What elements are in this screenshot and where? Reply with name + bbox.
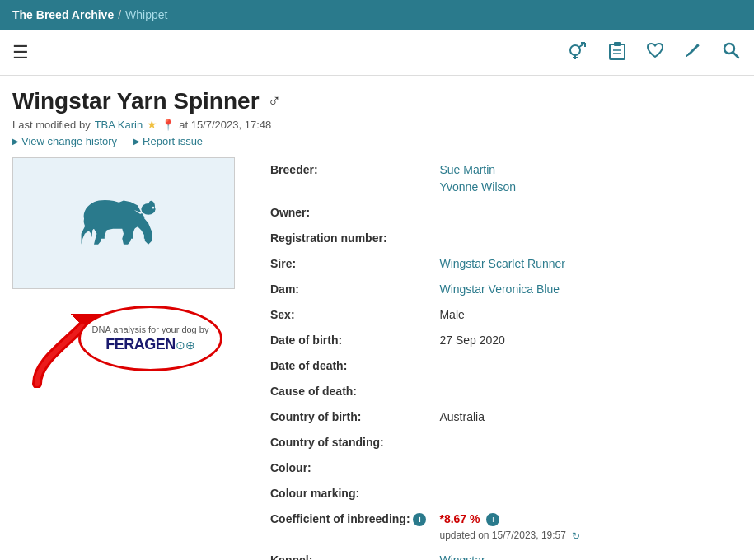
dod-row: Date of death: bbox=[264, 353, 742, 379]
favorites-icon[interactable] bbox=[644, 40, 666, 66]
registration-value bbox=[433, 226, 742, 251]
dam-value: Wingstar Veronica Blue bbox=[433, 277, 742, 302]
modified-line: Last modified by TBA Karin ★ 📍 at 15/7/2… bbox=[12, 118, 742, 131]
registration-label: Registration number: bbox=[264, 226, 433, 251]
dam-label: Dam: bbox=[264, 277, 433, 302]
kennel-row: Kennel: Wingstar bbox=[264, 548, 742, 560]
registration-row: Registration number: bbox=[264, 226, 742, 251]
inbreeding-value: *8.67 % bbox=[439, 512, 480, 525]
dod-label: Date of death: bbox=[264, 353, 433, 379]
pin-icon: 📍 bbox=[162, 119, 175, 131]
star-icon: ★ bbox=[147, 118, 157, 131]
inbreeding-row: Coefficient of inbreeding: i *8.67 % i u… bbox=[264, 506, 742, 548]
colour-value bbox=[433, 455, 742, 481]
inbreeding-info-icon[interactable]: i bbox=[413, 513, 426, 526]
hamburger-menu[interactable]: ☰ bbox=[12, 42, 29, 63]
refresh-icon[interactable]: ↻ bbox=[572, 530, 580, 542]
svg-line-13 bbox=[733, 52, 739, 58]
cob-row: Country of birth: Australia bbox=[264, 404, 742, 430]
sire-value: Wingstar Scarlet Runner bbox=[433, 251, 742, 277]
dna-ad-box[interactable]: DNA analysis for your dog by FERAGEN ⊙⊕ bbox=[78, 306, 222, 371]
kennel-link[interactable]: Wingstar bbox=[439, 552, 735, 560]
sex-row: Sex: Male bbox=[264, 302, 742, 328]
edit-icon[interactable] bbox=[682, 40, 704, 66]
sex-label: Sex: bbox=[264, 302, 433, 328]
dam-link[interactable]: Wingstar Veronica Blue bbox=[439, 281, 735, 298]
report-issue-link[interactable]: Report issue bbox=[133, 135, 203, 147]
colour-marking-row: Colour marking: bbox=[264, 481, 742, 506]
site-name: The Breed Archive bbox=[12, 8, 114, 21]
sex-value: Male bbox=[433, 302, 742, 328]
current-page: Whippet bbox=[125, 8, 167, 21]
details-table: Breeder: Sue Martin Yvonne Wilson Owner:… bbox=[264, 157, 742, 560]
breeder-row: Breeder: Sue Martin Yvonne Wilson bbox=[264, 157, 742, 200]
owner-label: Owner: bbox=[264, 200, 433, 226]
kennel-value: Wingstar bbox=[433, 548, 742, 560]
right-column: Breeder: Sue Martin Yvonne Wilson Owner:… bbox=[247, 157, 742, 560]
kennel-label: Kennel: bbox=[264, 548, 433, 560]
left-column: DNA analysis for your dog by FERAGEN ⊙⊕ bbox=[12, 157, 247, 560]
dam-row: Dam: Wingstar Veronica Blue bbox=[264, 277, 742, 302]
breeder-2-link[interactable]: Yvonne Wilson bbox=[439, 179, 735, 196]
dob-row: Date of birth: 27 Sep 2020 bbox=[264, 328, 742, 353]
svg-rect-7 bbox=[614, 42, 621, 46]
cos-label: Country of standing: bbox=[264, 430, 433, 455]
svg-point-16 bbox=[152, 207, 155, 209]
dna-brand-suffix: ⊙⊕ bbox=[176, 338, 195, 352]
gender-filter-icon[interactable] bbox=[567, 39, 590, 67]
dob-label: Date of birth: bbox=[264, 328, 433, 353]
dog-name: Wingstar Yarn Spinner bbox=[12, 88, 260, 114]
dob-value: 27 Sep 2020 bbox=[433, 328, 742, 353]
cod-value bbox=[433, 379, 742, 404]
action-links: View change history Report issue bbox=[12, 135, 742, 147]
nav-icons bbox=[567, 39, 742, 67]
main-content: Wingstar Yarn Spinner ♂ Last modified by… bbox=[0, 76, 754, 560]
cob-value: Australia bbox=[433, 404, 742, 430]
owner-value bbox=[433, 200, 742, 226]
gender-symbol: ♂ bbox=[268, 91, 282, 112]
dna-brand: FERAGEN bbox=[105, 336, 176, 353]
dod-value bbox=[433, 353, 742, 379]
inbreeding-label: Coefficient of inbreeding: i bbox=[264, 506, 433, 548]
breeder-label: Breeder: bbox=[264, 157, 433, 200]
modified-user[interactable]: TBA Karin bbox=[95, 119, 143, 131]
inbreeding-value-cell: *8.67 % i updated on 15/7/2023, 19:57 ↻ bbox=[433, 506, 742, 548]
colour-label: Colour: bbox=[264, 455, 433, 481]
modified-at: at 15/7/2023, 17:48 bbox=[179, 119, 271, 131]
inbreeding-updated: updated on 15/7/2023, 19:57 ↻ bbox=[439, 528, 735, 544]
nav-bar: ☰ bbox=[0, 30, 754, 76]
cod-row: Cause of death: bbox=[264, 379, 742, 404]
cos-row: Country of standing: bbox=[264, 430, 742, 455]
dna-ad-text: DNA analysis for your dog by bbox=[92, 324, 209, 336]
owner-row: Owner: bbox=[264, 200, 742, 226]
clipboard-icon[interactable] bbox=[606, 40, 628, 66]
sire-row: Sire: Wingstar Scarlet Runner bbox=[264, 251, 742, 277]
svg-line-10 bbox=[697, 44, 699, 46]
colour-row: Colour: bbox=[264, 455, 742, 481]
breeder-1-link[interactable]: Sue Martin bbox=[439, 161, 735, 179]
search-icon[interactable] bbox=[720, 40, 742, 66]
svg-rect-6 bbox=[610, 44, 625, 59]
modified-prefix: Last modified by bbox=[12, 119, 91, 131]
colour-marking-label: Colour marking: bbox=[264, 481, 433, 506]
breadcrumb-separator: / bbox=[118, 8, 121, 21]
cos-value bbox=[433, 430, 742, 455]
dog-name-row: Wingstar Yarn Spinner ♂ bbox=[12, 88, 742, 114]
sire-link[interactable]: Wingstar Scarlet Runner bbox=[439, 255, 735, 273]
dog-silhouette bbox=[74, 186, 173, 260]
colour-marking-value bbox=[433, 481, 742, 506]
sire-label: Sire: bbox=[264, 251, 433, 277]
view-change-history-link[interactable]: View change history bbox=[12, 135, 117, 147]
cod-label: Cause of death: bbox=[264, 379, 433, 404]
breeder-value: Sue Martin Yvonne Wilson bbox=[433, 157, 742, 200]
inbreeding-detail-icon[interactable]: i bbox=[486, 513, 499, 526]
dog-image-box[interactable] bbox=[12, 157, 235, 289]
cob-label: Country of birth: bbox=[264, 404, 433, 430]
top-bar: The Breed Archive / Whippet bbox=[0, 0, 754, 30]
content-area: DNA analysis for your dog by FERAGEN ⊙⊕ … bbox=[12, 157, 742, 560]
